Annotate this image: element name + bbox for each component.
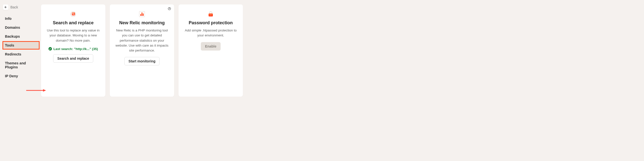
card-search-replace: Search and replace Use this tool to repl… bbox=[41, 5, 105, 97]
svg-rect-12 bbox=[142, 12, 142, 16]
arrow-left-icon bbox=[4, 6, 7, 9]
sidebar-item-tools[interactable]: Tools bbox=[2, 41, 40, 50]
sidebar-item-label: Backups bbox=[5, 35, 20, 38]
card-title: Search and replace bbox=[46, 20, 101, 26]
status-text: Last search: "http://k..." (35) bbox=[54, 47, 98, 51]
card-description: New Relic is a PHP monitoring tool you c… bbox=[114, 28, 170, 53]
svg-rect-13 bbox=[143, 13, 144, 16]
svg-rect-11 bbox=[140, 14, 141, 16]
sidebar-item-themes-plugins[interactable]: Themes and Plugins bbox=[2, 59, 40, 71]
sidebar-item-label: Domains bbox=[5, 26, 20, 30]
svg-marker-7 bbox=[43, 89, 46, 92]
card-password-protection: Password protection Add simple .htpasswd… bbox=[178, 5, 243, 97]
sidebar: Back Info Domains Backups Tools Redirect… bbox=[0, 0, 40, 97]
enable-button[interactable]: Enable bbox=[201, 42, 220, 51]
sidebar-item-info[interactable]: Info bbox=[2, 14, 40, 23]
svg-point-17 bbox=[211, 15, 212, 15]
search-replace-button[interactable]: Search and replace bbox=[53, 54, 93, 63]
sidebar-item-backups[interactable]: Backups bbox=[2, 32, 40, 41]
start-monitoring-button[interactable]: Start monitoring bbox=[124, 57, 160, 65]
check-circle-icon bbox=[48, 47, 52, 51]
card-new-relic: New Relic monitoring New Relic is a PHP … bbox=[110, 5, 174, 97]
sidebar-item-label: Redirects bbox=[5, 52, 21, 56]
sidebar-item-label: Themes and Plugins bbox=[5, 61, 26, 69]
cards-area: Search and replace Use this tool to repl… bbox=[40, 0, 386, 97]
card-title: New Relic monitoring bbox=[114, 20, 170, 26]
search-replace-icon bbox=[69, 10, 78, 18]
svg-point-16 bbox=[210, 15, 211, 15]
card-description: Add simple .htpasswd protection to your … bbox=[183, 28, 238, 38]
sidebar-item-label: Info bbox=[5, 17, 12, 21]
sidebar-item-label: IP Deny bbox=[5, 74, 18, 78]
lock-icon bbox=[206, 10, 215, 18]
back-button[interactable] bbox=[3, 5, 8, 10]
sidebar-item-ip-deny[interactable]: IP Deny bbox=[2, 72, 40, 80]
bar-chart-icon bbox=[138, 10, 146, 18]
sidebar-item-redirects[interactable]: Redirects bbox=[2, 50, 40, 58]
back-row[interactable]: Back bbox=[2, 5, 40, 10]
svg-rect-3 bbox=[72, 12, 75, 15]
sidebar-item-domains[interactable]: Domains bbox=[2, 23, 40, 32]
search-replace-status: Last search: "http://k..." (35) bbox=[46, 47, 101, 51]
svg-point-9 bbox=[169, 9, 170, 10]
help-icon[interactable] bbox=[168, 7, 171, 11]
svg-point-15 bbox=[210, 15, 210, 15]
card-description: Use this tool to replace any value in yo… bbox=[46, 28, 101, 43]
sidebar-item-label: Tools bbox=[5, 43, 14, 47]
card-title: Password protection bbox=[183, 20, 238, 26]
back-label: Back bbox=[10, 5, 18, 9]
